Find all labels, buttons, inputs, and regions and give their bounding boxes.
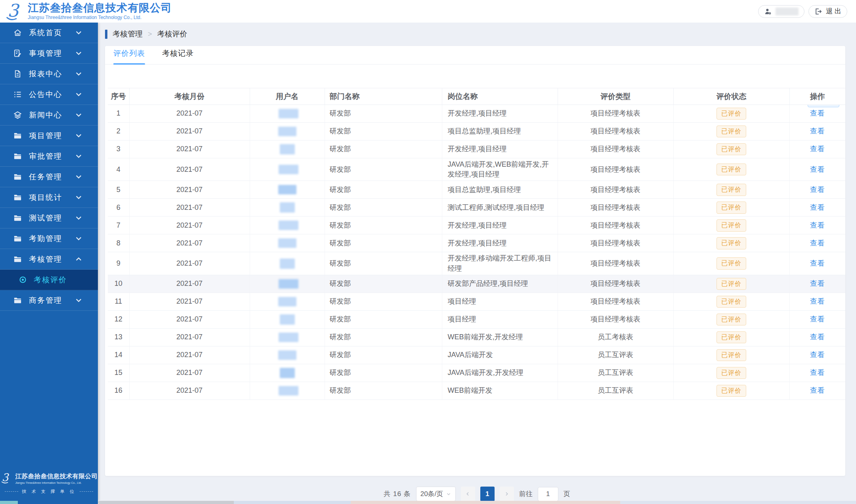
sidebar-item-attendance[interactable]: 考勤管理 bbox=[0, 228, 98, 249]
username-cell bbox=[250, 252, 325, 275]
page-size-select[interactable]: 20条/页 bbox=[416, 487, 456, 501]
username-cell bbox=[250, 199, 325, 217]
status-cell: 已评价 bbox=[673, 382, 789, 399]
sidebar-item-assessment[interactable]: 考核管理 bbox=[0, 249, 98, 270]
username-redacted bbox=[278, 127, 296, 136]
footer-dash-left bbox=[5, 491, 18, 492]
current-page-button[interactable]: 1 bbox=[480, 487, 495, 501]
table-cell: 研发部 bbox=[325, 293, 442, 310]
view-link[interactable]: 查看 bbox=[810, 351, 825, 359]
table-row: 12021-07研发部开发经理,项目经理项目经理考核表已评价查看 bbox=[108, 105, 845, 123]
table-cell: 项目经理考核表 bbox=[558, 141, 673, 158]
table-cell: 研发部 bbox=[325, 328, 442, 346]
view-link[interactable]: 查看 bbox=[810, 259, 825, 267]
view-link[interactable]: 查看 bbox=[810, 239, 825, 247]
logout-icon bbox=[814, 8, 822, 15]
table-cell: 研发部产品经理,项目经理 bbox=[442, 275, 558, 293]
username-redacted bbox=[279, 386, 298, 396]
username-cell bbox=[250, 181, 325, 199]
username-cell bbox=[250, 275, 325, 293]
table-cell: 2021-07 bbox=[129, 346, 250, 364]
action-cell: 查看 bbox=[789, 181, 845, 199]
status-badge: 已评价 bbox=[717, 331, 746, 343]
sidebar-item-report-center[interactable]: 报表中心 bbox=[0, 64, 98, 84]
view-link[interactable]: 查看 bbox=[810, 333, 825, 341]
sidebar-item-test[interactable]: 测试管理 bbox=[0, 208, 98, 228]
view-link[interactable]: 查看 bbox=[810, 109, 825, 117]
sidebar-item-task[interactable]: 任务管理 bbox=[0, 167, 98, 187]
folder-icon bbox=[13, 213, 22, 223]
username-cell bbox=[250, 158, 325, 181]
view-link[interactable]: 查看 bbox=[810, 297, 825, 305]
table-cell: 2021-07 bbox=[129, 364, 250, 382]
sidebar-item-approval[interactable]: 审批管理 bbox=[0, 146, 98, 167]
bottom-scrollbar bbox=[0, 501, 856, 504]
app-window: 3 江苏叁拾叁信息技术有限公司 Jiangsu Three&three Info… bbox=[0, 0, 856, 504]
chevron-down-icon bbox=[74, 213, 83, 223]
username-cell bbox=[250, 141, 325, 158]
sidebar-item-home[interactable]: 系统首页 bbox=[0, 23, 98, 43]
table-cell: 2021-07 bbox=[129, 275, 250, 293]
view-link[interactable]: 查看 bbox=[810, 221, 825, 229]
footer-dash-right bbox=[80, 491, 93, 492]
sidebar-item-label: 考核管理 bbox=[29, 254, 74, 264]
folder-icon bbox=[13, 296, 22, 305]
breadcrumb-item-parent[interactable]: 考核管理 bbox=[113, 29, 143, 39]
pagination: 共 16 条 20条/页 1 前往 页 bbox=[98, 487, 856, 501]
sidebar-item-news-center[interactable]: 新闻中心 bbox=[0, 105, 98, 126]
chevron-down-icon bbox=[74, 234, 83, 243]
view-link[interactable]: 查看 bbox=[810, 204, 825, 211]
tab-assessment-records[interactable]: 考核记录 bbox=[162, 46, 194, 64]
sidebar-item-project[interactable]: 项目管理 bbox=[0, 126, 98, 146]
username-redacted bbox=[280, 144, 295, 154]
prev-page-button[interactable] bbox=[461, 487, 475, 501]
sidebar-item-business[interactable]: 商务管理 bbox=[0, 290, 98, 311]
user-account-button[interactable] bbox=[758, 5, 804, 18]
sidebar-item-project-stats[interactable]: 项目统计 bbox=[0, 187, 98, 208]
view-link[interactable]: 查看 bbox=[810, 315, 825, 323]
next-page-button[interactable] bbox=[500, 487, 514, 501]
table-cell: 研发部 bbox=[325, 252, 442, 275]
pagination-total: 共 16 条 bbox=[384, 489, 411, 498]
action-cell: 查看 bbox=[789, 199, 845, 217]
sidebar-item-matters[interactable]: 事项管理 bbox=[0, 43, 98, 64]
action-cell: 查看 bbox=[789, 158, 845, 181]
sidebar-item-label: 测试管理 bbox=[29, 213, 74, 223]
username-cell bbox=[250, 382, 325, 399]
table-body: 12021-07研发部开发经理,项目经理项目经理考核表已评价查看22021-07… bbox=[108, 105, 845, 400]
view-link[interactable]: 查看 bbox=[810, 386, 825, 394]
view-link[interactable]: 查看 bbox=[810, 145, 825, 153]
logout-button[interactable]: 退 出 bbox=[808, 5, 847, 18]
goto-page-input[interactable] bbox=[538, 487, 558, 501]
table-cell: 研发部 bbox=[325, 158, 442, 181]
sidebar-subitem-label: 考核评价 bbox=[34, 275, 67, 285]
table-cell: 项目经理考核表 bbox=[558, 217, 673, 234]
view-link[interactable]: 查看 bbox=[810, 165, 825, 173]
status-cell: 已评价 bbox=[673, 293, 789, 310]
sidebar-item-announcement-center[interactable]: 公告中心 bbox=[0, 84, 98, 105]
folder-icon bbox=[13, 234, 22, 243]
username-redacted bbox=[279, 333, 298, 342]
table-cell: 4 bbox=[108, 158, 129, 181]
tab-evaluation-list[interactable]: 评价列表 bbox=[113, 46, 145, 64]
table-cell: 项目经理考核表 bbox=[558, 234, 673, 252]
status-badge: 已评价 bbox=[717, 367, 746, 379]
table-row: 142021-07研发部JAVA后端开发员工互评表已评价查看 bbox=[108, 346, 845, 364]
table-cell: 项目经理 bbox=[442, 293, 558, 310]
view-link[interactable]: 查看 bbox=[810, 369, 825, 377]
chevron-down-icon bbox=[74, 152, 83, 161]
sidebar-item-label: 公告中心 bbox=[29, 89, 74, 100]
table-cell: 员工互评表 bbox=[558, 382, 673, 399]
view-link[interactable]: 查看 bbox=[810, 186, 825, 194]
status-cell: 已评价 bbox=[673, 181, 789, 199]
scrollbar-thumb[interactable] bbox=[98, 501, 234, 504]
action-cell: 查看 bbox=[789, 346, 845, 364]
table-cell: 研发部 bbox=[325, 234, 442, 252]
sidebar: 系统首页事项管理报表中心公告中心新闻中心项目管理审批管理任务管理项目统计测试管理… bbox=[0, 23, 98, 501]
view-link[interactable]: 查看 bbox=[810, 127, 825, 135]
view-link[interactable]: 查看 bbox=[810, 280, 825, 287]
table-cell: 16 bbox=[108, 382, 129, 399]
svg-text:3: 3 bbox=[8, 2, 20, 21]
sidebar-subitem-assessment-evaluation[interactable]: 考核评价 bbox=[0, 270, 98, 290]
table-cell: 2021-07 bbox=[129, 310, 250, 328]
